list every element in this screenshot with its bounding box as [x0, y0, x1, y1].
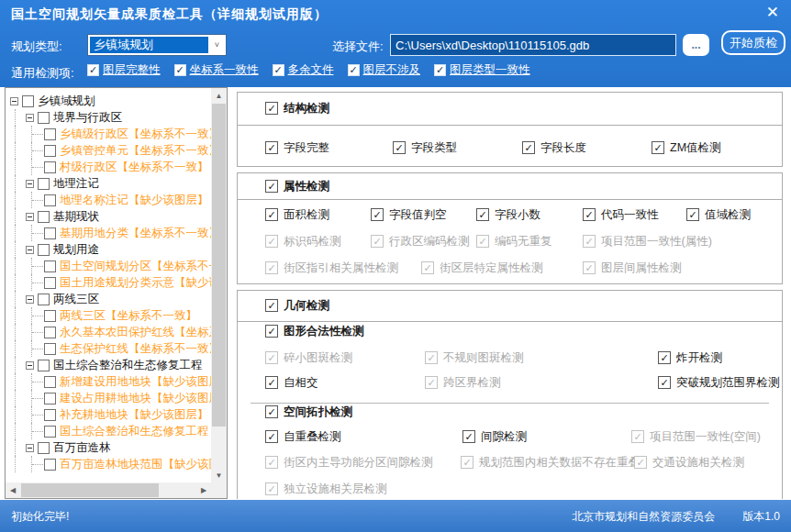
scroll-down-icon[interactable]: ▼ — [211, 468, 227, 482]
tree-item-checkbox[interactable] — [38, 442, 50, 454]
tree-item[interactable]: 规划用途 — [6, 241, 211, 258]
tree-item-checkbox[interactable] — [44, 277, 56, 289]
checkbox-checked-icon[interactable]: ✓ — [265, 430, 278, 443]
checkbox-checked-icon[interactable]: ✓ — [174, 64, 186, 76]
chevron-down-icon[interactable]: ˅ — [208, 35, 226, 55]
scroll-left-icon[interactable]: ◀ — [6, 482, 20, 498]
checkbox-checked-icon[interactable]: ✓ — [265, 376, 278, 389]
check-option-item[interactable]: ✓炸开检测 — [658, 350, 722, 365]
start-qc-button[interactable]: 开始质检 — [721, 30, 785, 55]
check-option-item[interactable]: ✓字段长度 — [522, 140, 586, 155]
tree-collapse-icon[interactable] — [26, 361, 34, 370]
tree-item[interactable]: 乡镇管控单元【坐标系不一致】 — [6, 142, 211, 159]
general-check-item[interactable]: ✓坐标系一致性 — [174, 62, 259, 78]
tree-item[interactable]: 补充耕地地块【缺少该图层】 — [6, 406, 211, 423]
tree-item[interactable]: 地理名称注记【缺少该图层】 — [6, 192, 211, 208]
checkbox-checked-icon[interactable]: ✓ — [265, 405, 278, 418]
tree-item-checkbox[interactable] — [44, 393, 56, 405]
checkbox-checked-icon[interactable]: ✓ — [265, 102, 278, 115]
tree-item-checkbox[interactable] — [38, 112, 50, 124]
checkbox-checked-icon[interactable]: ✓ — [265, 180, 278, 193]
tree-item[interactable]: 村级行政区【坐标系不一致】 — [6, 159, 211, 175]
checkbox-checked-icon[interactable]: ✓ — [434, 64, 446, 76]
checkbox-checked-icon[interactable]: ✓ — [583, 208, 596, 221]
checkbox-checked-icon[interactable]: ✓ — [87, 64, 99, 76]
check-option-item[interactable]: ✓自重叠检测 — [265, 429, 341, 444]
checkbox-checked-icon[interactable]: ✓ — [686, 208, 699, 221]
checkbox-checked-icon[interactable]: ✓ — [265, 299, 278, 312]
tree-item-checkbox[interactable] — [44, 145, 56, 157]
checkbox-checked-icon[interactable]: ✓ — [522, 141, 535, 154]
checkbox-checked-icon[interactable]: ✓ — [265, 325, 278, 338]
tree-collapse-icon[interactable] — [26, 114, 34, 122]
check-option-item[interactable]: ✓突破规划范围界检测 — [658, 375, 780, 390]
close-icon[interactable]: ✕ — [766, 4, 779, 22]
check-option-item[interactable]: ✓自相交 — [265, 375, 318, 390]
tree-item-checkbox[interactable] — [44, 194, 56, 206]
scroll-up-icon[interactable]: ▲ — [211, 88, 227, 103]
check-option-item[interactable]: ✓代码一致性 — [583, 207, 659, 222]
section-header-check[interactable]: ✓属性检测 — [265, 179, 329, 194]
tree-item[interactable]: 国土用途规划分类示意【缺少该图层】 — [6, 274, 211, 291]
checkbox-checked-icon[interactable]: ✓ — [265, 141, 278, 154]
tree-item-checkbox[interactable] — [38, 211, 50, 223]
tree-item[interactable]: 百万亩造林 — [6, 439, 211, 456]
tree-item[interactable]: 两线三区【坐标系不一致】 — [6, 307, 211, 324]
tree-item-checkbox[interactable] — [44, 128, 56, 140]
tree-item-checkbox[interactable] — [44, 409, 56, 421]
vertical-scrollbar[interactable]: ▲ ▼ — [211, 88, 227, 482]
checkbox-checked-icon[interactable]: ✓ — [371, 208, 384, 221]
check-option-item[interactable]: ✓字段完整 — [265, 140, 329, 155]
tree-collapse-icon[interactable] — [26, 444, 34, 452]
tree-item-checkbox[interactable] — [44, 459, 56, 471]
vertical-scroll-thumb[interactable] — [212, 104, 226, 427]
general-check-item[interactable]: ✓多余文件 — [273, 62, 334, 78]
tree-item-checkbox[interactable] — [38, 360, 50, 371]
checkbox-checked-icon[interactable]: ✓ — [265, 208, 278, 221]
general-check-item[interactable]: ✓图层类型一致性 — [434, 62, 530, 78]
general-check-item[interactable]: ✓图层完整性 — [87, 62, 161, 78]
tree-item[interactable]: 国土空间规划分区【坐标系不一致】 — [6, 258, 211, 274]
horizontal-scrollbar[interactable]: ◀ ▶ — [6, 482, 211, 498]
tree-collapse-icon[interactable] — [26, 246, 34, 254]
tree-item-checkbox[interactable] — [44, 327, 56, 338]
tree-item-checkbox[interactable] — [44, 227, 56, 239]
file-path-input[interactable] — [390, 34, 676, 56]
check-option-item[interactable]: ✓字段小数 — [476, 207, 540, 222]
section-header-check[interactable]: ✓图形合法性检测 — [265, 324, 364, 338]
tree-item[interactable]: 基期用地分类【坐标系不一致】 — [6, 225, 211, 241]
tree-item[interactable]: 生态保护红线【坐标系不一致】 — [6, 340, 211, 357]
horizontal-scroll-thumb[interactable] — [21, 483, 159, 497]
tree-item-checkbox[interactable] — [44, 376, 56, 388]
section-header-check[interactable]: ✓几何检测 — [265, 298, 329, 313]
tree-item[interactable]: 境界与行政区 — [6, 109, 211, 126]
tree-item[interactable]: 新增建设用地地块【缺少该图层】 — [6, 373, 211, 390]
browse-button[interactable]: ... — [683, 34, 709, 56]
tree-item-checkbox[interactable] — [38, 294, 50, 305]
scroll-right-icon[interactable]: ▶ — [196, 482, 211, 498]
section-header-check[interactable]: ✓结构检测 — [265, 101, 329, 116]
tree-item[interactable]: 国土综合整治和生态修复工程 — [6, 357, 211, 373]
check-option-item[interactable]: ✓ZM值检测 — [652, 140, 721, 155]
tree-collapse-icon[interactable] — [26, 213, 34, 221]
check-option-item[interactable]: ✓字段值判空 — [371, 207, 447, 222]
checkbox-checked-icon[interactable]: ✓ — [476, 208, 489, 221]
tree-item-checkbox[interactable] — [44, 310, 56, 322]
tree-item[interactable]: 两线三区 — [6, 291, 211, 307]
checkbox-checked-icon[interactable]: ✓ — [658, 376, 671, 389]
tree-item-checkbox[interactable] — [38, 178, 50, 190]
tree-item-checkbox[interactable] — [22, 95, 34, 107]
checkbox-checked-icon[interactable]: ✓ — [652, 141, 664, 154]
section-header-check[interactable]: ✓空间拓扑检测 — [265, 405, 352, 419]
tree-item[interactable]: 国土综合整治和生态修复工程【缺少该图层】 — [6, 423, 211, 439]
tree-item[interactable]: 地理注记 — [6, 175, 211, 192]
tree-item[interactable]: 基期现状 — [6, 208, 211, 225]
check-option-item[interactable]: ✓字段类型 — [393, 140, 457, 155]
checkbox-checked-icon[interactable]: ✓ — [658, 351, 671, 364]
general-check-item[interactable]: ✓图层不涉及 — [348, 62, 421, 78]
tree-item-checkbox[interactable] — [44, 161, 56, 173]
tree-collapse-icon[interactable] — [10, 97, 18, 105]
checkbox-checked-icon[interactable]: ✓ — [273, 64, 284, 76]
check-option-item[interactable]: ✓间隙检测 — [462, 429, 527, 444]
checkbox-checked-icon[interactable]: ✓ — [348, 64, 360, 76]
